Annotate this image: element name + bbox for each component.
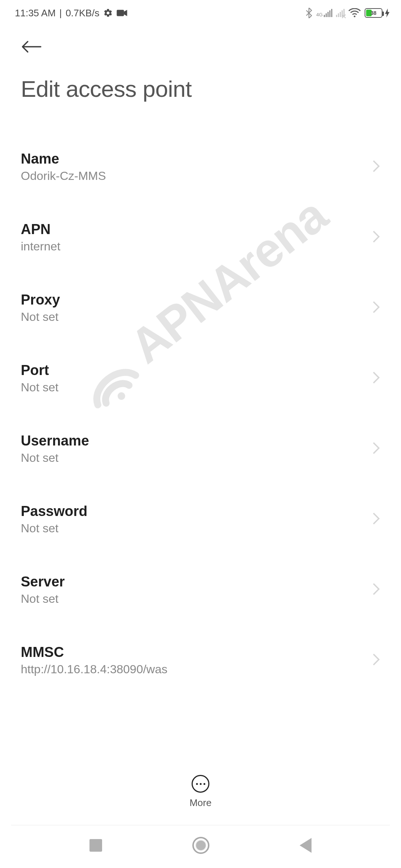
status-separator: | <box>59 7 62 19</box>
mobile-gen-label: 4G <box>316 12 323 17</box>
camera-icon <box>117 8 126 18</box>
setting-label: Username <box>21 433 89 449</box>
battery-indicator: 38 <box>365 8 390 18</box>
setting-value: Not set <box>21 592 65 606</box>
status-time: 11:35 AM <box>15 7 56 19</box>
setting-item-apn[interactable]: APN internet <box>0 202 401 273</box>
settings-list[interactable]: Name Odorik-Cz-MMS APN internet Proxy No… <box>0 132 401 692</box>
signal-bars-icon <box>324 9 332 17</box>
setting-value: Not set <box>21 310 60 324</box>
header: Edit access point <box>0 35 401 102</box>
chevron-right-icon <box>372 230 380 245</box>
setting-label: Name <box>21 151 106 167</box>
navigation-bar <box>0 825 401 868</box>
setting-value: Not set <box>21 522 88 535</box>
setting-item-password[interactable]: Password Not set <box>0 484 401 555</box>
setting-label: Proxy <box>21 292 60 308</box>
chevron-right-icon <box>372 441 380 456</box>
status-right: 4G 38 <box>305 8 390 18</box>
svg-point-1 <box>354 16 356 17</box>
status-left: 11:35 AM | 0.7KB/s <box>15 7 126 19</box>
setting-label: Password <box>21 503 88 519</box>
more-dots-icon <box>192 775 209 793</box>
chevron-right-icon <box>372 160 380 174</box>
setting-label: APN <box>21 221 61 237</box>
chevron-right-icon <box>372 300 380 315</box>
nav-home-icon[interactable] <box>192 837 209 854</box>
setting-label: MMSC <box>21 644 167 660</box>
charging-bolt-icon <box>385 9 390 17</box>
setting-item-server[interactable]: Server Not set <box>0 555 401 625</box>
signal-4g: 4G <box>316 9 332 17</box>
bluetooth-icon <box>305 8 313 18</box>
nav-recents-icon[interactable] <box>89 839 102 852</box>
wifi-icon <box>348 8 361 18</box>
chevron-right-icon <box>372 653 380 668</box>
setting-item-proxy[interactable]: Proxy Not set <box>0 273 401 343</box>
chevron-right-icon <box>372 512 380 527</box>
setting-value: Not set <box>21 451 89 465</box>
setting-value: internet <box>21 240 61 253</box>
setting-item-port[interactable]: Port Not set <box>0 343 401 414</box>
page-title: Edit access point <box>21 76 380 102</box>
more-button[interactable]: More <box>0 775 401 809</box>
setting-item-name[interactable]: Name Odorik-Cz-MMS <box>0 132 401 202</box>
svg-rect-0 <box>117 10 124 16</box>
gear-icon <box>103 8 113 18</box>
chevron-right-icon <box>372 582 380 597</box>
setting-value: http://10.16.18.4:38090/was <box>21 662 167 676</box>
more-label: More <box>189 797 211 809</box>
setting-label: Port <box>21 362 58 378</box>
battery-percent: 38 <box>371 10 376 16</box>
setting-item-username[interactable]: Username Not set <box>0 414 401 484</box>
setting-value: Not set <box>21 381 58 394</box>
setting-value: Odorik-Cz-MMS <box>21 169 106 183</box>
status-bar: 11:35 AM | 0.7KB/s 4G 38 <box>0 0 401 26</box>
status-net-speed: 0.7KB/s <box>66 7 100 19</box>
setting-item-mmsc[interactable]: MMSC http://10.16.18.4:38090/was <box>0 625 401 692</box>
setting-label: Server <box>21 574 65 590</box>
chevron-right-icon <box>372 371 380 386</box>
nav-back-icon[interactable] <box>300 838 312 853</box>
arrow-left-icon <box>21 39 42 54</box>
signal-bars-secondary-icon <box>336 9 345 17</box>
back-button[interactable] <box>21 35 45 59</box>
battery-icon: 38 <box>365 8 382 18</box>
